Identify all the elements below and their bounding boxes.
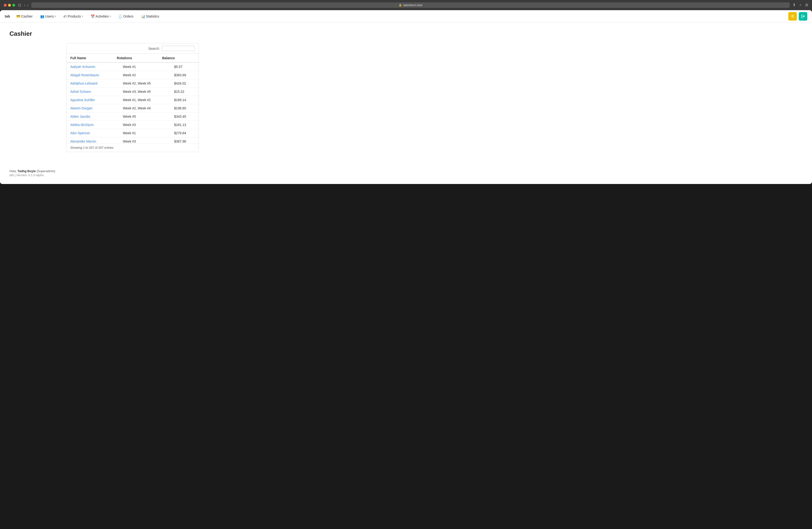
footer-version: tab | Version: 0.1.0-alpha <box>10 173 802 177</box>
row-name: Adriel Schoen <box>67 88 119 96</box>
row-rotations: Week #1 <box>119 63 171 71</box>
row-balance: $181.13 <box>171 121 199 129</box>
search-input[interactable] <box>162 46 195 51</box>
row-balance: $279.84 <box>171 129 199 137</box>
page-footer: Hola, Tadhg Boyle (Superadmin) tab | Ver… <box>0 165 812 184</box>
name-link[interactable]: Aletha McGlynn <box>70 123 94 127</box>
row-name: Agustina Schiller <box>67 96 119 104</box>
row-balance: $189.14 <box>171 96 199 104</box>
row-rotations: Week #2, Week #5 <box>119 79 171 88</box>
name-link[interactable]: Alexander Marvin <box>70 140 96 143</box>
page-content: Cashier Search: Full Name Rotations Bala… <box>0 23 812 165</box>
row-balance: $15.22 <box>171 88 199 96</box>
name-link[interactable]: Adriel Schoen <box>70 90 91 94</box>
col-fullname: Full Name <box>67 54 113 63</box>
nav-orders-label: Orders <box>124 14 133 18</box>
table-footer: Showing 1 to 207 of 207 entries <box>67 143 199 152</box>
row-rotations: Week #3 <box>119 137 171 143</box>
name-link[interactable]: Aaliyah Schumm <box>70 65 95 69</box>
greeting-text: Hola, <box>10 169 17 173</box>
row-rotations: Week #1, Week #2 <box>119 96 171 104</box>
activities-icon: 📅 <box>91 14 95 18</box>
entries-count: Showing 1 to 207 of 207 entries <box>70 146 114 149</box>
row-name: Alex Spencer <box>67 129 119 137</box>
nav-controls: ‹ › <box>24 3 28 8</box>
name-link[interactable]: Abigail Rosenbaum <box>70 73 99 77</box>
row-rotations: Week #2 <box>119 71 171 79</box>
page-title: Cashier <box>10 30 802 38</box>
address-bar[interactable]: 🔒 tabreborn.test <box>31 2 790 8</box>
table-row: Abigail Rosenbaum Week #2 $383.69 <box>67 71 199 79</box>
back-icon[interactable]: ‹ <box>24 3 25 8</box>
sidebar-toggle-icon[interactable]: ⊡ <box>18 3 21 8</box>
table-row: Alden Jacobs Week #5 $343.45 <box>67 113 199 121</box>
footer-greeting: Hola, Tadhg Boyle (Superadmin) <box>10 169 802 173</box>
row-name: Aaliyah Schumm <box>67 63 119 71</box>
row-balance: $196.60 <box>171 104 199 113</box>
nav-logo: tab <box>5 14 10 18</box>
nav-cashier-label: Cashier <box>21 14 33 18</box>
search-label: Search: <box>148 47 160 51</box>
new-tab-icon[interactable]: ＋ <box>798 3 802 8</box>
browser-chrome: ⊡ ‹ › 🔒 tabreborn.test ⬆ ＋ ⊞ <box>0 0 812 10</box>
nav-item-orders[interactable]: 🧾 Orders <box>117 14 135 19</box>
table-row: Agustina Schiller Week #1, Week #2 $189.… <box>67 96 199 104</box>
cashier-table-card: Search: Full Name Rotations Balance <box>66 43 199 152</box>
name-link[interactable]: Alden Jacobs <box>70 115 90 118</box>
nav-users-label: Users <box>45 14 54 18</box>
nav-item-cashier[interactable]: 💳 Cashier <box>15 14 34 19</box>
settings-button[interactable]: ⚙ <box>788 12 797 20</box>
footer-username: Tadhg Boyle <box>17 169 36 173</box>
maximize-button[interactable] <box>12 4 15 6</box>
row-rotations: Week #5 <box>119 113 171 121</box>
cashier-table-body: Aaliyah Schumm Week #1 $5.57 Abigail Ros… <box>67 63 199 143</box>
cashier-table: Full Name Rotations Balance <box>67 54 199 63</box>
browser-actions: ⬆ ＋ ⊞ <box>793 3 808 8</box>
nav-left: tab 💳 Cashier 👥 Users ▾ 🏷 Products ▾ 📅 A… <box>5 14 161 19</box>
products-chevron-icon: ▾ <box>82 15 83 17</box>
row-rotations: Week #1 <box>119 129 171 137</box>
table-scroll-area[interactable]: Aaliyah Schumm Week #1 $5.57 Abigail Ros… <box>67 63 199 143</box>
row-rotations: Week #3, Week #5 <box>119 88 171 96</box>
col-balance: Balance <box>158 54 199 63</box>
row-name: Adolphus Lebsack <box>67 79 119 88</box>
lock-icon: 🔒 <box>398 3 402 6</box>
exit-button[interactable] <box>799 12 807 20</box>
cashier-icon: 💳 <box>16 14 20 18</box>
users-chevron-icon: ▾ <box>55 15 56 17</box>
close-button[interactable] <box>4 4 6 6</box>
name-link[interactable]: Akeem Durgan <box>70 106 92 110</box>
users-icon: 👥 <box>40 14 44 18</box>
minimize-button[interactable] <box>8 4 11 6</box>
orders-icon: 🧾 <box>118 14 122 18</box>
statistics-icon: 📊 <box>141 14 145 18</box>
forward-icon[interactable]: › <box>27 3 28 8</box>
activities-chevron-icon: ▾ <box>110 15 111 17</box>
app-window: tab 💳 Cashier 👥 Users ▾ 🏷 Products ▾ 📅 A… <box>0 10 812 184</box>
nav-item-users[interactable]: 👥 Users ▾ <box>39 14 58 19</box>
footer-role: (Superadmin) <box>37 169 55 173</box>
row-balance: $434.02 <box>171 79 199 88</box>
nav-activities-label: Activities <box>96 14 108 18</box>
nav-item-products[interactable]: 🏷 Products ▾ <box>62 14 84 19</box>
table-row: Alexander Marvin Week #3 $387.98 <box>67 137 199 143</box>
top-nav: tab 💳 Cashier 👥 Users ▾ 🏷 Products ▾ 📅 A… <box>0 10 812 23</box>
table-search-row: Search: <box>67 43 199 54</box>
row-name: Alden Jacobs <box>67 113 119 121</box>
row-balance: $343.45 <box>171 113 199 121</box>
table-row: Adolphus Lebsack Week #2, Week #5 $434.0… <box>67 79 199 88</box>
name-link[interactable]: Alex Spencer <box>70 131 90 135</box>
share-icon[interactable]: ⬆ <box>793 3 796 8</box>
nav-products-label: Products <box>68 14 81 18</box>
name-link[interactable]: Adolphus Lebsack <box>70 82 97 85</box>
name-link[interactable]: Agustina Schiller <box>70 98 95 102</box>
nav-right: ⚙ <box>788 12 807 20</box>
nav-item-activities[interactable]: 📅 Activities ▾ <box>89 14 112 19</box>
nav-item-statistics[interactable]: 📊 Statistics <box>140 14 161 19</box>
col-rotations: Rotations <box>113 54 158 63</box>
grid-icon[interactable]: ⊞ <box>805 3 808 8</box>
row-name: Aletha McGlynn <box>67 121 119 129</box>
row-name: Akeem Durgan <box>67 104 119 113</box>
row-rotations: Week #3 <box>119 121 171 129</box>
row-name: Alexander Marvin <box>67 137 119 143</box>
